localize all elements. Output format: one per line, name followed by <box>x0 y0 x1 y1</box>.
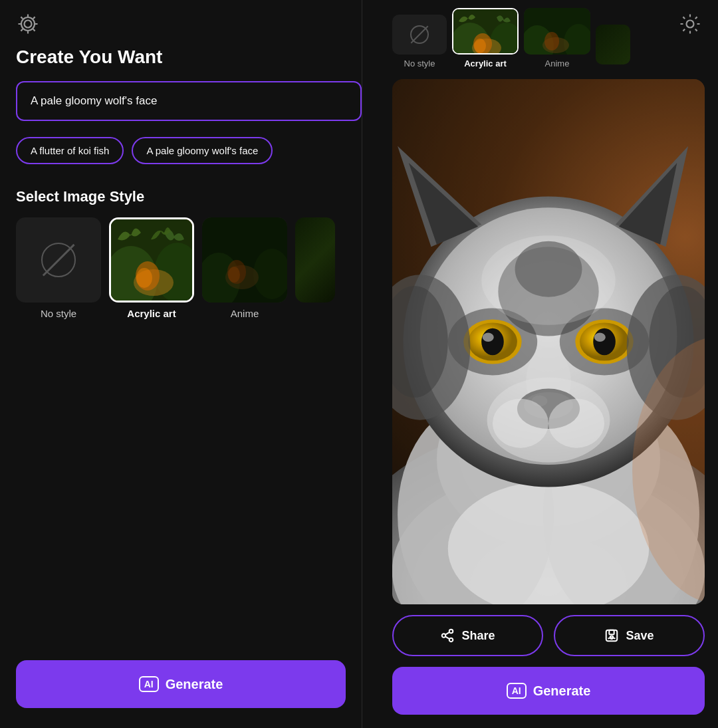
share-label: Share <box>461 629 495 643</box>
action-buttons: Share Save <box>392 615 705 656</box>
svg-point-68 <box>449 638 453 642</box>
svg-point-58 <box>493 399 548 448</box>
left-settings-icon[interactable] <box>16 12 40 39</box>
svg-point-51 <box>593 328 616 355</box>
top-thumb-anime <box>524 8 590 55</box>
top-style-partial[interactable] <box>596 25 630 68</box>
top-no-style-icon <box>410 25 429 44</box>
svg-point-25 <box>544 32 559 51</box>
svg-point-8 <box>136 268 152 288</box>
share-icon <box>440 628 455 643</box>
style-item-partial[interactable] <box>295 217 335 319</box>
save-button[interactable]: Save <box>554 615 705 656</box>
prompt-input[interactable] <box>31 94 347 108</box>
generate-button-left[interactable]: AI Generate <box>16 660 346 708</box>
share-button[interactable]: Share <box>392 615 543 656</box>
save-icon <box>604 628 619 643</box>
style-item-anime[interactable]: Anime <box>202 217 287 319</box>
wolf-image <box>392 79 705 604</box>
generate-label-left: Generate <box>166 677 223 692</box>
ai-badge-right: AI <box>507 683 527 699</box>
prompt-input-wrapper[interactable] <box>16 81 362 121</box>
no-style-icon <box>41 243 76 277</box>
generate-label-right: Generate <box>533 683 591 699</box>
style-label-no-style: No style <box>41 308 76 319</box>
top-thumb-partial <box>596 25 630 64</box>
top-thumb-acrylic <box>452 8 519 55</box>
top-label-no-style: No style <box>404 59 435 68</box>
svg-point-66 <box>449 630 453 634</box>
style-thumb-anime <box>202 217 287 303</box>
svg-line-69 <box>445 636 449 639</box>
svg-point-67 <box>442 634 446 638</box>
style-thumb-partial <box>295 217 335 303</box>
style-label-acrylic: Acrylic art <box>127 308 176 319</box>
left-panel: Create You Want A flutter of koi fish A … <box>16 47 362 728</box>
top-style-acrylic[interactable]: Acrylic art <box>452 8 519 68</box>
svg-point-48 <box>483 333 494 342</box>
top-label-anime: Anime <box>545 59 570 68</box>
svg-point-0 <box>25 21 32 28</box>
generate-button-right[interactable]: AI Generate <box>392 667 705 715</box>
svg-point-59 <box>548 399 604 448</box>
page-title: Create You Want <box>16 47 362 68</box>
acrylic-art-thumbnail <box>111 219 192 301</box>
top-style-no-style[interactable]: No style <box>392 15 447 68</box>
suggestion-pill-2[interactable]: A pale gloomy wolf's face <box>132 137 273 164</box>
top-thumb-no-style <box>392 15 447 55</box>
save-label: Save <box>626 629 654 643</box>
top-label-acrylic: Acrylic art <box>464 59 507 68</box>
svg-point-14 <box>228 267 240 283</box>
style-thumb-no-style <box>16 217 101 303</box>
top-style-strip: No style Acrylic art <box>392 8 705 68</box>
style-grid: No style <box>16 217 362 319</box>
wolf-image-container <box>392 79 705 604</box>
ai-badge-left: AI <box>139 676 159 692</box>
style-section-title: Select Image Style <box>16 188 362 205</box>
anime-thumbnail <box>202 217 287 303</box>
right-panel: No style Acrylic art <box>379 0 718 728</box>
svg-point-52 <box>594 333 606 342</box>
style-thumb-acrylic <box>109 217 194 303</box>
svg-point-47 <box>481 328 504 355</box>
svg-point-1 <box>21 17 35 31</box>
suggestion-pills: A flutter of koi fish A pale gloomy wolf… <box>16 137 362 164</box>
suggestion-pill-1[interactable]: A flutter of koi fish <box>16 137 124 164</box>
top-style-anime[interactable]: Anime <box>524 8 590 68</box>
style-item-acrylic[interactable]: Acrylic art <box>109 217 194 319</box>
style-label-anime: Anime <box>231 308 259 319</box>
style-item-no-style[interactable]: No style <box>16 217 101 319</box>
svg-point-64 <box>481 235 616 324</box>
panel-divider <box>362 0 362 728</box>
svg-line-70 <box>445 632 449 635</box>
svg-rect-72 <box>610 630 614 634</box>
svg-point-20 <box>474 39 486 53</box>
